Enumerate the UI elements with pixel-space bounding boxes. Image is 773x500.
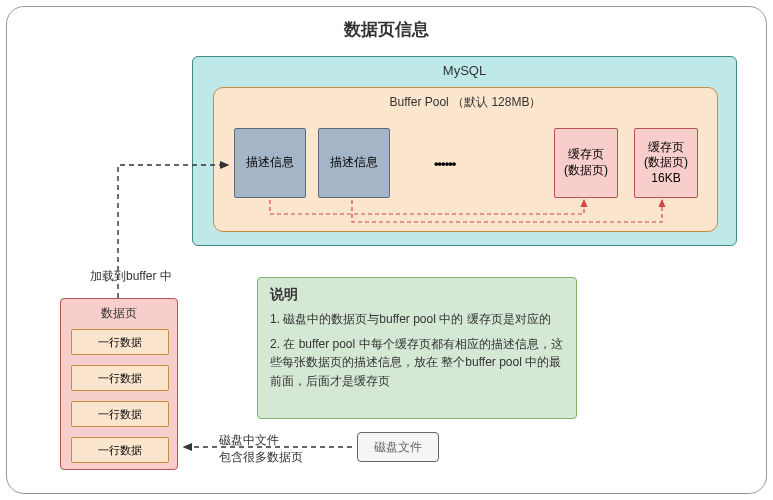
cache2-line2: (数据页) xyxy=(644,155,688,169)
cache1-line1: 缓存页 xyxy=(568,147,604,161)
data-page-container: 数据页 一行数据 一行数据 一行数据 一行数据 xyxy=(60,298,178,470)
data-row: 一行数据 xyxy=(71,329,169,355)
load-arrow-label: 加载到buffer 中 xyxy=(90,268,172,285)
desc-info-box-1: 描述信息 xyxy=(234,128,306,198)
desc-info-box-2: 描述信息 xyxy=(318,128,390,198)
cache1-line2: (数据页) xyxy=(564,163,608,177)
explain-p2: 2. 在 buffer pool 中每个缓存页都有相应的描述信息，这些每张数据页… xyxy=(270,335,564,391)
data-row: 一行数据 xyxy=(71,365,169,391)
mysql-label: MySQL xyxy=(193,63,736,78)
explain-p1: 1. 磁盘中的数据页与buffer pool 中的 缓存页是对应的 xyxy=(270,310,564,329)
data-page-title: 数据页 xyxy=(61,305,177,322)
data-row: 一行数据 xyxy=(71,401,169,427)
buffer-pool-container: Buffer Pool （默认 128MB） 描述信息 描述信息 •••••• … xyxy=(213,87,718,232)
disk-file-box: 磁盘文件 xyxy=(357,432,439,462)
data-row: 一行数据 xyxy=(71,437,169,463)
cache-page-box-1: 缓存页 (数据页) xyxy=(554,128,618,198)
diagram-title: 数据页信息 xyxy=(0,18,773,41)
explanation-box: 说明 1. 磁盘中的数据页与buffer pool 中的 缓存页是对应的 2. … xyxy=(257,277,577,419)
mysql-container: MySQL Buffer Pool （默认 128MB） 描述信息 描述信息 •… xyxy=(192,56,737,246)
cache-page-box-2: 缓存页 (数据页) 16KB xyxy=(634,128,698,198)
explain-title: 说明 xyxy=(270,286,564,304)
cache2-line1: 缓存页 xyxy=(648,140,684,154)
cache2-line3: 16KB xyxy=(651,171,680,185)
ellipsis: •••••• xyxy=(434,156,455,171)
buffer-pool-label: Buffer Pool （默认 128MB） xyxy=(214,94,717,111)
disk-arrow-label: 磁盘中文件 包含很多数据页 xyxy=(219,432,303,466)
